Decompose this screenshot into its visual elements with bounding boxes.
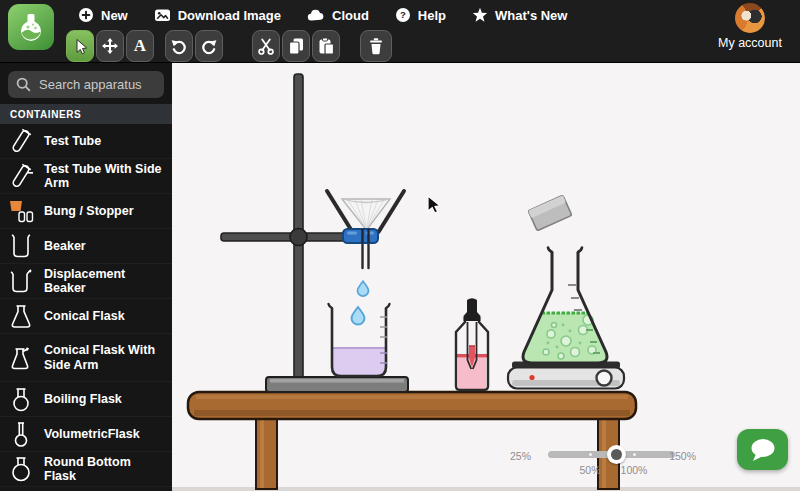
edit-toolbar: A — [0, 29, 394, 63]
zoom-50-label: 50% — [579, 464, 600, 476]
menu-new-label: New — [101, 8, 128, 23]
sidebar-item-conical-flask[interactable]: Conical Flask — [0, 299, 172, 334]
funnel-right-edge — [379, 191, 405, 232]
menu-cloud[interactable]: Cloud — [307, 8, 369, 23]
top-bar: New Download Image Cloud ? — [0, 0, 800, 63]
sidebar-item-displacement-beaker[interactable]: Displacement Beaker — [0, 264, 172, 299]
text-icon: A — [134, 36, 146, 56]
svg-text:?: ? — [400, 9, 406, 20]
test-tube-side-arm-icon — [8, 163, 34, 190]
conical-flask-icon — [8, 303, 34, 330]
test-tube-icon — [8, 128, 34, 155]
copy-icon — [287, 37, 305, 55]
sidebar-item-label: Conical Flask — [44, 309, 125, 323]
boss-clamp[interactable] — [343, 229, 378, 243]
paste-button[interactable] — [312, 30, 340, 62]
redo-button[interactable] — [195, 30, 223, 62]
stand-crossbar — [221, 233, 347, 241]
water-drop — [357, 281, 368, 296]
sidebar-item-beaker[interactable]: Beaker — [0, 229, 172, 264]
scissors-icon — [257, 37, 275, 55]
zoom-slider-thumb[interactable] — [607, 445, 626, 464]
displacement-beaker-icon — [8, 268, 34, 295]
undo-icon — [170, 37, 188, 55]
water-drops — [352, 281, 369, 324]
zoom-100-label: 100% — [621, 464, 648, 476]
sidebar-item-label: Conical Flask With Side Arm — [44, 343, 166, 372]
text-tool-button[interactable]: A — [126, 30, 154, 62]
sidebar-item-label: Test Tube With Side Arm — [44, 162, 166, 191]
cut-button[interactable] — [252, 30, 280, 62]
chat-button[interactable] — [737, 429, 788, 470]
stand-boss-knob — [290, 229, 307, 246]
sidebar-item-label: Displacement Beaker — [44, 267, 166, 296]
lab-scene — [172, 63, 800, 491]
dropper-bottle-with-pink-liquid[interactable] — [456, 298, 488, 390]
hot-plate[interactable] — [508, 362, 624, 389]
boiling-flask-icon — [8, 386, 34, 413]
search-input[interactable] — [39, 77, 154, 92]
sidebar-item-test-tube-side-arm[interactable]: Test Tube With Side Arm — [0, 159, 172, 194]
account-area[interactable]: My account — [710, 3, 790, 50]
menu-download-image-label: Download Image — [178, 8, 281, 23]
water-drop — [352, 307, 365, 325]
undo-button[interactable] — [165, 30, 193, 62]
search-box[interactable] — [8, 71, 164, 98]
sidebar-item-volumetric-flask[interactable]: VolumetricFlask — [0, 417, 172, 452]
menu-help-label: Help — [418, 8, 446, 23]
beaker-icon — [8, 233, 34, 260]
zoom-min-label: 25% — [510, 450, 531, 462]
sidebar-item-conical-flask-side-arm[interactable]: Conical Flask With Side Arm — [0, 334, 172, 382]
star-icon — [472, 7, 488, 23]
conical-flask-with-green-liquid[interactable] — [523, 248, 607, 364]
funnel-left-edge — [327, 191, 353, 232]
image-icon — [154, 7, 171, 23]
help-circle-icon: ? — [395, 7, 411, 23]
apparatus-list: Test Tube Test Tube With Side Arm Bung /… — [0, 124, 172, 491]
app-window: New Download Image Cloud ? — [0, 0, 800, 491]
menu-download-image[interactable]: Download Image — [154, 7, 281, 23]
zoom-slider-track[interactable] — [548, 451, 675, 458]
clamp-body — [343, 229, 378, 243]
sidebar-item-label: Test Tube — [44, 134, 101, 148]
paste-icon — [317, 37, 335, 55]
sidebar-item-label: Bung / Stopper — [44, 204, 134, 218]
sidebar-item-round-bottom-flask[interactable]: Round Bottom Flask — [0, 452, 172, 487]
cursor-icon — [71, 37, 89, 55]
zoom-mark-50 — [589, 453, 592, 456]
metal-strip[interactable] — [528, 195, 572, 231]
zoom-mark-100 — [633, 453, 636, 456]
menu-whats-new-label: What's New — [495, 8, 567, 23]
workbench-canvas[interactable]: 25% 50% 100% 150% — [172, 63, 800, 491]
select-tool-button[interactable] — [66, 30, 94, 62]
conical-flask-side-arm-icon — [8, 344, 34, 371]
copy-button[interactable] — [282, 30, 310, 62]
sidebar-item-boiling-flask[interactable]: Boiling Flask — [0, 382, 172, 417]
sidebar-item-test-tube[interactable]: Test Tube — [0, 124, 172, 159]
menu-help[interactable]: ? Help — [395, 7, 446, 23]
menu-whats-new[interactable]: What's New — [472, 7, 567, 23]
menu-cloud-label: Cloud — [332, 8, 369, 23]
containers-section-header: CONTAINERS — [0, 104, 172, 124]
account-label: My account — [710, 36, 790, 50]
dropper-bulb — [464, 298, 481, 321]
cloud-icon — [307, 8, 325, 22]
zoom-max-label: 150% — [669, 450, 696, 462]
table-leg — [256, 418, 277, 489]
zoom-control: 25% 50% 100% 150% — [510, 447, 696, 475]
chat-bubble-icon — [748, 437, 778, 463]
sidebar-item-label: Round Bottom Flask — [44, 455, 166, 484]
plus-circle-icon — [78, 7, 94, 23]
sidebar-item-label: Boiling Flask — [44, 392, 122, 406]
hot-plate-knob — [597, 371, 612, 386]
move-icon — [101, 37, 119, 55]
sidebar-item-label: Beaker — [44, 239, 86, 253]
delete-button[interactable] — [360, 30, 392, 62]
move-tool-button[interactable] — [96, 30, 124, 62]
search-icon — [16, 77, 31, 92]
menu-new[interactable]: New — [78, 7, 128, 23]
trash-icon — [367, 37, 385, 55]
user-avatar[interactable] — [735, 3, 765, 33]
sidebar-item-bung-stopper[interactable]: Bung / Stopper — [0, 194, 172, 229]
apparatus-sidebar: CONTAINERS Test Tube Test Tube With Side… — [0, 63, 172, 491]
